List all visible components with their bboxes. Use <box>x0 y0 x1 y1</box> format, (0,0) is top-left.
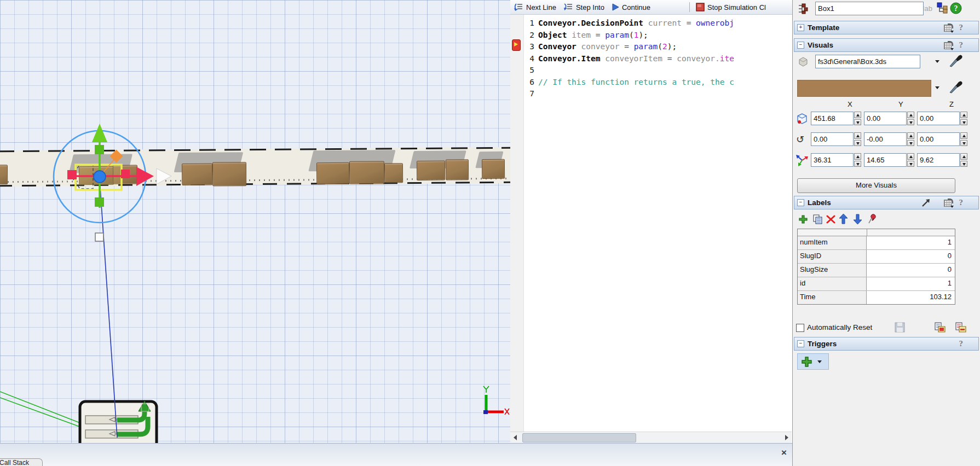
sampler-arrow-icon[interactable] <box>921 199 930 207</box>
next-line-button[interactable]: Next Line <box>510 0 560 14</box>
x-handle-mid[interactable] <box>121 170 130 178</box>
size-y-input[interactable] <box>864 153 907 167</box>
panel-options-icon[interactable] <box>944 41 953 49</box>
svg-text:?: ? <box>954 4 958 13</box>
tree-view-icon[interactable] <box>936 2 948 14</box>
position-x-input[interactable] <box>811 112 854 125</box>
position-y-spinner[interactable] <box>907 112 915 125</box>
panel-options-icon[interactable] <box>944 199 953 207</box>
code-line[interactable]: 7 <box>523 88 792 100</box>
color-swatch[interactable] <box>797 80 931 97</box>
object-name-input[interactable] <box>815 2 924 15</box>
size-z-spinner[interactable] <box>960 153 968 167</box>
delete-label-icon[interactable] <box>826 215 835 224</box>
x-handle-left[interactable] <box>67 170 77 179</box>
code-line[interactable]: 3Conveyor conveyor = param(2); <box>523 41 792 53</box>
rotation-z-spinner[interactable] <box>960 132 968 146</box>
save-state-icon <box>895 322 905 333</box>
label-row[interactable]: Time103.12 <box>798 291 955 304</box>
add-label-icon[interactable] <box>798 214 808 224</box>
collapse-icon[interactable]: − <box>797 42 804 49</box>
labels-title: Labels <box>808 199 831 207</box>
rotation-y-input[interactable] <box>864 132 907 146</box>
tab-call-stack[interactable]: Call Stack <box>0 458 43 466</box>
position-z-input[interactable] <box>917 112 960 125</box>
breakpoint-margin[interactable] <box>510 15 524 432</box>
add-trigger-dropdown-icon <box>817 360 822 363</box>
code-line[interactable]: 2Object item = param(1); <box>523 30 792 42</box>
code-horizontal-scrollbar[interactable] <box>510 432 792 443</box>
shape-path-input[interactable] <box>815 55 920 68</box>
shape-sampler-eyedropper-icon[interactable] <box>948 54 962 68</box>
copy-labels-icon[interactable] <box>934 322 946 333</box>
expand-icon[interactable]: + <box>797 24 804 31</box>
move-up-icon[interactable] <box>839 214 848 224</box>
section-help-icon[interactable]: ? <box>959 198 964 207</box>
scroll-right-button[interactable] <box>782 433 792 442</box>
more-visuals-button[interactable]: More Visuals <box>797 178 955 193</box>
step-into-icon <box>564 3 573 11</box>
scrollbar-thumb[interactable] <box>522 433 636 442</box>
position-x-spinner[interactable] <box>854 112 862 125</box>
rename-icon[interactable]: Iab <box>923 4 932 13</box>
position-y-input[interactable] <box>864 112 907 125</box>
size-x-spinner[interactable] <box>854 153 862 167</box>
paste-labels-icon[interactable] <box>955 322 966 333</box>
y-handle-top[interactable] <box>95 145 104 154</box>
close-icon[interactable]: × <box>781 448 787 457</box>
label-row[interactable]: numItem1 <box>798 236 955 250</box>
label-row[interactable]: SlugSize0 <box>798 264 955 277</box>
stop-icon <box>696 3 705 11</box>
color-sampler-eyedropper-icon[interactable] <box>948 80 962 94</box>
shape-dropdown-icon[interactable] <box>935 60 939 63</box>
center-handle[interactable] <box>94 171 106 183</box>
collapse-icon[interactable]: − <box>797 199 804 206</box>
section-visuals[interactable]: − Visuals ? <box>794 38 979 52</box>
label-row[interactable]: id1 <box>798 277 955 291</box>
section-template[interactable]: + Template ? <box>794 21 979 34</box>
size-y-spinner[interactable] <box>907 153 915 167</box>
code-line[interactable]: 4Conveyor.Item conveyorItem = conveyor.i… <box>523 53 792 65</box>
position-z-spinner[interactable] <box>960 112 968 125</box>
code-line[interactable]: 5 <box>523 65 792 77</box>
pin-label-icon[interactable] <box>867 214 878 224</box>
auto-reset-checkbox[interactable] <box>796 324 804 332</box>
axis-indicator <box>483 386 509 415</box>
add-trigger-button[interactable] <box>797 353 829 370</box>
rotation-x-spinner[interactable] <box>854 132 862 146</box>
section-triggers[interactable]: − Triggers ? <box>794 337 979 351</box>
panel-options-icon[interactable] <box>944 24 953 32</box>
combiner-object[interactable] <box>80 401 157 443</box>
duplicate-label-icon[interactable] <box>812 214 823 224</box>
scroll-left-button[interactable] <box>510 433 520 442</box>
position-icon <box>795 112 809 126</box>
rotation-z-input[interactable] <box>917 132 960 146</box>
rotation-x-input[interactable] <box>811 132 854 146</box>
current-line-breakpoint-icon[interactable] <box>512 39 521 51</box>
code-lines[interactable]: 1Conveyor.DecisionPoint current = ownero… <box>523 18 792 431</box>
size-z-input[interactable] <box>917 153 960 167</box>
help-icon[interactable]: ? <box>950 2 962 14</box>
code-line[interactable]: 1Conveyor.DecisionPoint current = ownero… <box>523 18 792 30</box>
section-help-icon[interactable]: ? <box>959 339 964 348</box>
stop-simulation-button[interactable]: Stop Simulation Cl <box>692 0 770 14</box>
rotation-y-spinner[interactable] <box>907 132 915 146</box>
label-row[interactable]: SlugID0 <box>798 250 955 264</box>
section-labels[interactable]: − Labels ? <box>794 196 979 209</box>
collapse-icon[interactable]: − <box>797 340 804 347</box>
section-help-icon[interactable]: ? <box>959 40 964 50</box>
size-x-input[interactable] <box>811 153 854 167</box>
y-handle-bottom[interactable] <box>95 197 104 207</box>
continue-button[interactable]: Continue <box>608 0 654 14</box>
object-tree-icon <box>797 3 809 14</box>
labels-table[interactable]: numItem1SlugID0SlugSize0id1Time103.12 <box>797 229 955 305</box>
code-line[interactable]: 6// If this function returns a true, the… <box>523 77 792 89</box>
y-axis-arrow-handle[interactable] <box>92 124 107 142</box>
path-handle[interactable] <box>95 233 103 241</box>
color-dropdown-icon[interactable] <box>935 86 939 89</box>
move-down-icon[interactable] <box>854 214 862 224</box>
step-into-button[interactable]: Step Into <box>560 0 608 14</box>
diamond-handle[interactable] <box>109 149 123 162</box>
section-help-icon[interactable]: ? <box>959 23 964 32</box>
3d-view[interactable] <box>0 0 510 443</box>
